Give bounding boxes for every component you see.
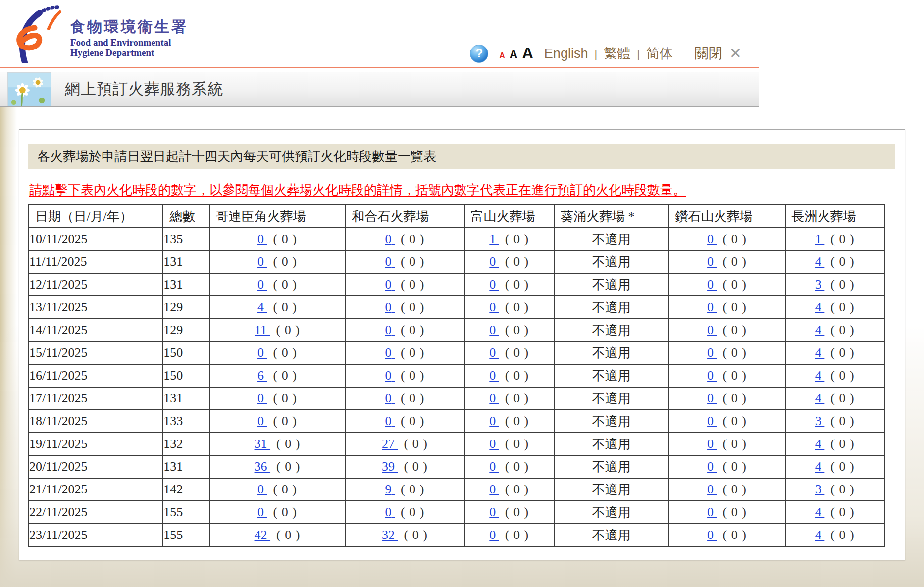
table-row: 16/11/20251506( 0 )0( 0 )0( 0 )不適用0( 0 )…	[29, 364, 884, 387]
booking-in-progress-count: ( 0 )	[830, 459, 854, 474]
available-slots-link[interactable]: 0	[707, 345, 717, 360]
available-slots-link[interactable]: 3	[815, 414, 825, 428]
slot-cell: 3( 0 )	[785, 478, 885, 501]
available-slots-link[interactable]: 0	[489, 459, 499, 474]
booking-in-progress-count: ( 0 )	[273, 391, 297, 405]
help-icon[interactable]: ?	[470, 45, 488, 63]
available-slots-link[interactable]: 0	[257, 505, 267, 519]
available-slots-link[interactable]: 4	[815, 437, 825, 451]
available-slots-link[interactable]: 0	[489, 254, 499, 269]
table-row: 14/11/202512911( 0 )0( 0 )0( 0 )不適用0( 0 …	[29, 319, 884, 342]
available-slots-link[interactable]: 4	[815, 391, 825, 405]
available-slots-link[interactable]: 0	[385, 414, 395, 428]
available-slots-link[interactable]: 4	[815, 254, 825, 269]
available-slots-link[interactable]: 0	[385, 232, 395, 246]
available-slots-link[interactable]: 0	[489, 505, 499, 519]
available-slots-link[interactable]: 3	[815, 277, 825, 292]
available-slots-link[interactable]: 4	[257, 300, 267, 314]
font-size-medium-button[interactable]: A	[510, 48, 518, 61]
available-slots-link[interactable]: 32	[382, 528, 398, 542]
available-slots-link[interactable]: 27	[382, 437, 398, 451]
available-slots-link[interactable]: 0	[489, 368, 499, 383]
available-slots-link[interactable]: 0	[385, 368, 395, 383]
available-slots-link[interactable]: 0	[257, 232, 267, 246]
available-slots-link[interactable]: 0	[489, 323, 499, 337]
available-slots-link[interactable]: 3	[815, 482, 825, 496]
available-slots-link[interactable]: 0	[707, 323, 717, 337]
available-slots-link[interactable]: 1	[815, 232, 825, 246]
booking-in-progress-count: ( 0 )	[830, 482, 854, 496]
available-slots-link[interactable]: 0	[489, 345, 499, 360]
slot-cell: 4( 0 )	[785, 296, 885, 319]
total-cell: 129	[163, 319, 209, 342]
available-slots-link[interactable]: 0	[707, 459, 717, 474]
top-bar: 食物環境衞生署 Food and Environmental Hygiene D…	[0, 0, 924, 72]
lang-traditional-link[interactable]: 繁體	[604, 45, 630, 62]
available-slots-link[interactable]: 0	[385, 391, 395, 405]
available-slots-link[interactable]: 31	[255, 437, 271, 451]
table-row: 15/11/20251500( 0 )0( 0 )0( 0 )不適用0( 0 )…	[29, 342, 884, 364]
available-slots-link[interactable]: 0	[385, 300, 395, 314]
available-slots-link[interactable]: 0	[385, 345, 395, 360]
slot-cell: 0( 0 )	[209, 478, 346, 501]
available-slots-link[interactable]: 6	[257, 368, 267, 383]
available-slots-link[interactable]: 0	[707, 254, 717, 269]
lang-simplified-link[interactable]: 简体	[646, 45, 673, 62]
available-slots-link[interactable]: 0	[707, 368, 717, 383]
available-slots-link[interactable]: 0	[385, 277, 395, 292]
lang-english-link[interactable]: English	[544, 46, 588, 61]
available-slots-link[interactable]: 11	[255, 323, 270, 337]
available-slots-link[interactable]: 0	[385, 254, 395, 269]
available-slots-link[interactable]: 0	[257, 414, 267, 428]
available-slots-link[interactable]: 4	[815, 300, 825, 314]
available-slots-link[interactable]: 0	[489, 437, 499, 451]
available-slots-link[interactable]: 4	[815, 368, 825, 383]
available-slots-link[interactable]: 0	[707, 232, 717, 246]
available-slots-link[interactable]: 0	[257, 482, 267, 496]
available-slots-link[interactable]: 0	[489, 391, 499, 405]
available-slots-link[interactable]: 4	[815, 528, 825, 542]
available-slots-link[interactable]: 0	[257, 391, 267, 405]
language-switcher: English | 繁體 | 简体	[544, 45, 673, 62]
available-slots-link[interactable]: 0	[707, 528, 717, 542]
available-slots-link[interactable]: 36	[255, 459, 271, 474]
booking-in-progress-count: ( 0 )	[401, 254, 424, 269]
available-slots-link[interactable]: 0	[489, 300, 499, 314]
close-button[interactable]: 關閉	[695, 44, 722, 63]
available-slots-link[interactable]: 42	[255, 528, 271, 542]
daisy-image	[7, 72, 51, 106]
available-slots-link[interactable]: 0	[707, 505, 717, 519]
available-slots-link[interactable]: 0	[707, 300, 717, 314]
available-slots-link[interactable]: 0	[707, 391, 717, 405]
available-slots-link[interactable]: 4	[815, 345, 825, 360]
available-slots-link[interactable]: 0	[257, 254, 267, 269]
available-slots-link[interactable]: 39	[382, 459, 398, 474]
font-size-small-button[interactable]: A	[499, 51, 505, 60]
available-slots-link[interactable]: 1	[489, 232, 499, 246]
available-slots-link[interactable]: 0	[707, 277, 717, 292]
available-slots-link[interactable]: 0	[489, 414, 499, 428]
slot-cell: 0( 0 )	[464, 364, 554, 387]
available-slots-link[interactable]: 0	[707, 482, 717, 496]
available-slots-link[interactable]: 0	[489, 482, 499, 496]
slot-cell: 4( 0 )	[785, 342, 885, 364]
available-slots-link[interactable]: 4	[815, 505, 825, 519]
available-slots-link[interactable]: 0	[489, 528, 499, 542]
available-slots-link[interactable]: 0	[385, 323, 395, 337]
available-slots-link[interactable]: 4	[815, 459, 825, 474]
logo-title-en2: Hygiene Department	[70, 48, 188, 58]
available-slots-link[interactable]: 4	[815, 323, 825, 337]
available-slots-link[interactable]: 0	[257, 345, 267, 360]
available-slots-link[interactable]: 0	[257, 277, 267, 292]
available-slots-link[interactable]: 0	[385, 505, 395, 519]
total-cell: 150	[163, 364, 209, 387]
available-slots-link[interactable]: 0	[707, 437, 717, 451]
close-icon[interactable]: ✕	[729, 46, 742, 61]
available-slots-link[interactable]: 0	[489, 277, 499, 292]
booking-in-progress-count: ( 0 )	[273, 232, 297, 246]
available-slots-link[interactable]: 9	[385, 482, 395, 496]
available-slots-link[interactable]: 0	[707, 414, 717, 428]
table-header-row: 日期（日/月/年）總數哥連臣角火葬場和合石火葬場富山火葬場葵涌火葬場 *鑽石山火…	[29, 205, 884, 228]
slot-cell: 0( 0 )	[209, 501, 346, 524]
font-size-large-button[interactable]: A	[522, 45, 533, 62]
